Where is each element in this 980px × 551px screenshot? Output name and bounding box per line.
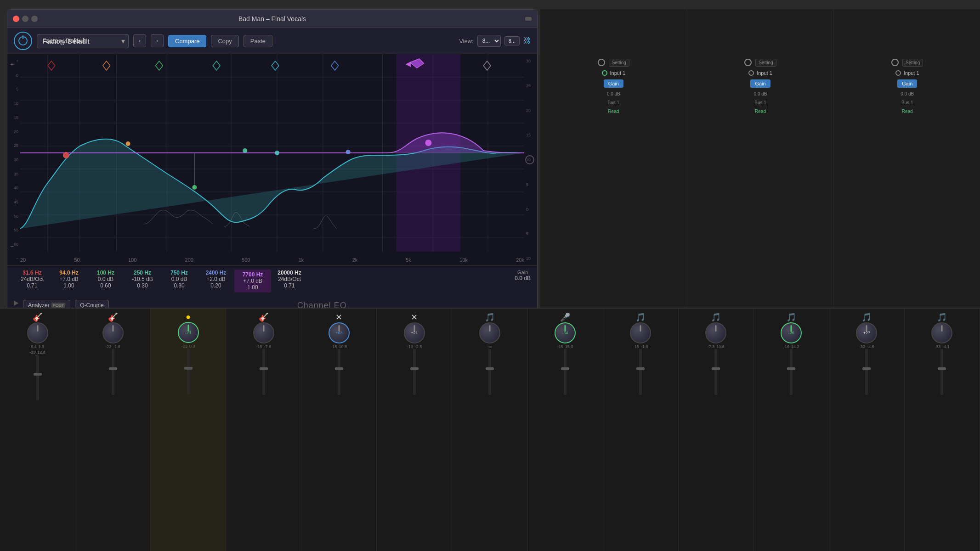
copy-button[interactable]: Copy [211, 35, 238, 47]
ch11-icon: 🎵 [786, 312, 796, 322]
preset-dropdown[interactable]: Factory Default [37, 34, 129, 48]
link-button[interactable]: ⛓ [523, 37, 531, 45]
ch11-knob[interactable]: -26 [781, 322, 802, 343]
ch13-knob[interactable] [931, 322, 952, 343]
svg-point-22 [126, 141, 130, 146]
ch3-val-l: -23 [181, 344, 187, 349]
ch2-fader[interactable] [112, 349, 114, 395]
channel-strips-top: Setting Input 1 Gain 0.0 dB Bus 1 Read S… [540, 9, 980, 312]
mixer-channel-12: 🎵 +27 -32 -4.8 [829, 309, 905, 551]
ch2-toggle[interactable] [744, 59, 752, 66]
ch3-input-light[interactable] [895, 70, 901, 76]
band-8-info[interactable]: 20000 Hz 24dB/Oct 0.71 [271, 270, 308, 289]
view-value-display: 8... [504, 36, 520, 45]
ch7-fader[interactable] [488, 349, 491, 395]
ch1-read-label[interactable]: Read [608, 109, 619, 114]
ch5-knob[interactable]: +63 [329, 322, 350, 343]
svg-point-28 [425, 140, 431, 146]
next-preset-button[interactable]: › [151, 34, 164, 47]
close-button[interactable] [13, 16, 19, 22]
band-3-q: 0.60 [87, 282, 124, 289]
ch3-setting-button[interactable]: Setting [902, 59, 923, 67]
band-7-info[interactable]: 7700 Hz +7.0 dB 1.00 [234, 270, 271, 292]
ch7-fader-thumb [486, 367, 494, 370]
ch9-val-l: -15 [633, 344, 639, 349]
band-2-info[interactable]: 94.0 Hz +7.0 dB 1.00 [51, 270, 87, 289]
ch2-icon: 🎸 [108, 312, 118, 322]
ch3-gain-button[interactable]: Gain [897, 79, 917, 88]
ch8-knob[interactable]: -64 [555, 322, 576, 343]
minimize-button[interactable] [22, 16, 28, 22]
svg-point-21 [63, 152, 69, 158]
ch6-fader[interactable] [413, 349, 416, 395]
gain-label: Gain [515, 270, 531, 275]
prev-preset-button[interactable]: ‹ [133, 34, 146, 47]
ch8-fader[interactable] [564, 349, 566, 395]
ch2-gain-button[interactable]: Gain [750, 79, 770, 88]
ch1-knob[interactable] [27, 322, 48, 343]
ch4-fader[interactable] [262, 349, 265, 395]
compare-button[interactable]: Compare [168, 35, 206, 47]
ch4-val-r: -7.6 [264, 344, 272, 349]
view-select[interactable]: 8... [477, 35, 501, 47]
ch1-input-light[interactable] [602, 70, 607, 76]
ch2-val-l: -22 [105, 344, 111, 349]
ch4-fader-thumb [260, 367, 268, 370]
ch6-icon: ✕ [411, 312, 418, 322]
band-5-info[interactable]: 750 Hz 0.0 dB 0.30 [161, 270, 198, 289]
ch9-fader-vals: -15 -1.6 [633, 344, 648, 349]
band-1-info[interactable]: 31.6 Hz 24dB/Oct 0.71 [14, 270, 51, 289]
ch5-val-l: -15 [331, 344, 337, 349]
ch5-fader-vals: -15 10.8 [331, 344, 347, 349]
ch1-toggle[interactable] [598, 59, 605, 66]
ch8-fader-thumb [561, 367, 569, 370]
ch3-fader[interactable] [187, 349, 190, 394]
ch2-knob[interactable] [102, 322, 124, 343]
ch2-read-label[interactable]: Read [755, 109, 766, 114]
band-6-info[interactable]: 2400 Hz +2.0 dB 0.20 [198, 270, 234, 289]
gain-readout: Gain 0.0 dB [515, 270, 531, 281]
play-button[interactable]: ▶ [14, 299, 19, 306]
ch9-val-r: -1.6 [641, 344, 648, 349]
ch2-setting-button[interactable]: Setting [755, 59, 776, 67]
ch1-setting-button[interactable]: Setting [609, 59, 629, 67]
ch1-input: Input 1 [602, 70, 626, 76]
maximize-button[interactable] [31, 16, 38, 22]
band-3-info[interactable]: 100 Hz 0.0 dB 0.60 [87, 270, 124, 289]
ch3-knob[interactable]: -21 [178, 322, 199, 343]
ch11-fader[interactable] [790, 349, 793, 395]
ch9-fader[interactable] [639, 349, 642, 395]
eq-area: + − + 0 5 10 15 20 25 30 35 40 45 50 55 … [7, 54, 537, 265]
view-label: View: [459, 38, 474, 45]
ch2-input-light[interactable] [748, 70, 754, 76]
power-button[interactable] [14, 32, 32, 50]
ch1-pan-l: -23 [29, 350, 35, 354]
ch4-knob[interactable] [253, 322, 274, 343]
ch12-knob[interactable]: +27 [856, 322, 877, 343]
band-4-info[interactable]: 250 Hz -10.5 dB 0.30 [124, 270, 161, 289]
ch10-fader[interactable] [714, 349, 717, 395]
ch9-icon: 🎵 [635, 312, 646, 322]
ch7-knob[interactable] [479, 322, 500, 343]
gain-value: 0.0 dB [515, 275, 531, 281]
ch3-read-label[interactable]: Read [902, 109, 913, 114]
ch6-fader-vals: -19 -2.5 [407, 344, 422, 349]
ch12-fader[interactable] [865, 349, 868, 395]
band-8-q: 0.71 [271, 282, 308, 289]
ch1-fader[interactable] [36, 354, 39, 400]
ch13-fader[interactable] [940, 349, 943, 395]
ch3-input-label: Input 1 [904, 70, 919, 76]
ch9-knob[interactable] [630, 322, 651, 343]
ch3-toggle[interactable] [891, 59, 899, 66]
window-collapse[interactable] [525, 17, 532, 21]
ch8-val-l: -15 [557, 344, 563, 349]
ch6-knob[interactable]: +21 [404, 322, 425, 343]
paste-button[interactable]: Paste [244, 35, 272, 47]
ch1-gain-button[interactable]: Gain [604, 79, 623, 88]
ch5-fader[interactable] [338, 349, 340, 395]
ch7-icon: 🎵 [485, 312, 495, 322]
band-7-gain: +7.0 dB [238, 278, 267, 284]
ch5-fader-thumb [335, 367, 343, 370]
ch10-knob[interactable] [705, 322, 726, 343]
band-5-gain: 0.0 dB [161, 276, 198, 282]
